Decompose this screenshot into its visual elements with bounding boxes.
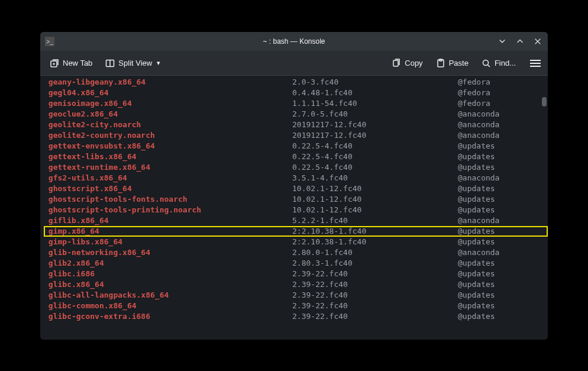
toolbar: New Tab Split View ▾ Copy Paste [40,51,548,76]
package-row: giflib.x86_645.2.2-1.fc40@anaconda [44,215,548,226]
scrollbar[interactable] [542,76,547,340]
package-row: gimp.x86_642:2.10.38-1.fc40@updates [44,226,548,237]
package-name: gfs2-utils.x86_64 [44,173,292,183]
package-repo: @updates [458,205,495,215]
paste-label: Paste [449,59,469,67]
package-name: gettext-envsubst.x86_64 [44,141,292,151]
close-button[interactable] [532,36,543,47]
copy-icon [392,59,401,68]
package-row: geolite2-country.noarch20191217-12.fc40@… [44,130,548,141]
package-repo: @anaconda [458,215,499,226]
package-version: 10.02.1-12.fc40 [292,183,458,194]
package-name: gettext-libs.x86_64 [44,151,292,162]
package-name: geany-libgeany.x86_64 [44,77,292,88]
package-name: gettext-runtime.x86_64 [44,162,292,173]
package-name: geoclue2.x86_64 [44,109,292,120]
package-name: glibc.i686 [44,269,292,279]
package-version: 2:2.10.38-1.fc40 [292,226,458,237]
package-name: glibc-all-langpacks.x86_64 [44,290,292,301]
package-row: glibc-all-langpacks.x86_642.39-22.fc40@u… [44,290,548,301]
package-row: glibc.i6862.39-22.fc40@updates [44,269,548,279]
package-version: 3.5.1-4.fc40 [292,173,458,183]
svg-line-7 [487,64,490,67]
package-repo: @anaconda [458,247,499,258]
package-repo: @updates [458,237,495,247]
package-row: gegl04.x86_640.4.48-1.fc40@fedora [44,88,548,98]
package-repo: @fedora [458,88,490,98]
package-name: geolite2-city.noarch [44,120,292,130]
package-version: 10.02.1-12.fc40 [292,194,458,205]
find-button[interactable]: Find... [479,56,518,70]
package-row: glib2.x86_642.80.3-1.fc40@updates [44,258,548,269]
package-version: 0.4.48-1.fc40 [292,88,458,98]
package-version: 2.80.3-1.fc40 [292,258,458,269]
package-repo: @updates [458,183,495,194]
window-title: ~ : bash — Konsole [263,37,325,46]
package-repo: @anaconda [458,109,499,120]
package-repo: @updates [458,311,495,322]
package-repo: @updates [458,194,495,205]
menu-button[interactable] [530,60,541,67]
package-row: geolite2-city.noarch20191217-12.fc40@ana… [44,120,548,130]
package-repo: @anaconda [458,120,499,130]
package-version: 2.39-22.fc40 [292,269,458,279]
package-name: ghostscript-tools-printing.noarch [44,205,292,215]
package-name: giflib.x86_64 [44,215,292,226]
package-version: 2.39-22.fc40 [292,311,458,322]
package-version: 0.22.5-4.fc40 [292,141,458,151]
package-repo: @updates [458,279,495,290]
package-row: ghostscript-tools-fonts.noarch10.02.1-12… [44,194,548,205]
package-version: 2.7.0-5.fc40 [292,109,458,120]
package-name: glibc-common.x86_64 [44,301,292,311]
chevron-down-icon: ▾ [157,59,160,67]
svg-rect-3 [393,60,398,66]
package-version: 2.39-22.fc40 [292,279,458,290]
package-name: glibc.x86_64 [44,279,292,290]
app-icon: >_ [45,37,54,46]
package-version: 2.80.0-1.fc40 [292,247,458,258]
package-row: glibc-common.x86_642.39-22.fc40@updates [44,301,548,311]
package-row: glibc.x86_642.39-22.fc40@updates [44,279,548,290]
titlebar: >_ ~ : bash — Konsole [40,32,548,51]
package-version: 20191217-12.fc40 [292,120,458,130]
package-name: geolite2-country.noarch [44,130,292,141]
package-name: glib2.x86_64 [44,258,292,269]
konsole-window: >_ ~ : bash — Konsole New Tab Split V [40,32,548,340]
package-row: ghostscript-tools-printing.noarch10.02.1… [44,205,548,215]
package-repo: @updates [458,151,495,162]
new-tab-button[interactable]: New Tab [47,56,95,70]
package-version: 10.02.1-12.fc40 [292,205,458,215]
package-row: glibc-gconv-extra.i6862.39-22.fc40@updat… [44,311,548,322]
terminal-output[interactable]: geany-libgeany.x86_642.0-3.fc40@fedora g… [40,76,548,340]
package-name: ghostscript-tools-fonts.noarch [44,194,292,205]
package-name: glibc-gconv-extra.i686 [44,311,292,322]
package-row: gettext-libs.x86_640.22.5-4.fc40@updates [44,151,548,162]
package-repo: @fedora [458,98,490,109]
package-repo: @anaconda [458,130,499,141]
maximize-button[interactable] [515,36,525,47]
paste-icon [436,59,445,68]
package-repo: @updates [458,290,495,301]
package-row: glib-networking.x86_642.80.0-1.fc40@anac… [44,247,548,258]
package-row: gfs2-utils.x86_643.5.1-4.fc40@anaconda [44,173,548,183]
package-repo: @updates [458,162,495,173]
package-repo: @updates [458,301,495,311]
new-tab-label: New Tab [63,59,92,67]
split-view-icon [105,59,115,68]
package-repo: @fedora [458,77,490,88]
package-name: gegl04.x86_64 [44,88,292,98]
package-name: gimp.x86_64 [44,226,292,237]
paste-button[interactable]: Paste [434,56,471,70]
minimize-button[interactable] [497,36,508,47]
package-name: glib-networking.x86_64 [44,247,292,258]
package-repo: @anaconda [458,173,499,183]
package-row: genisoimage.x86_641.1.11-54.fc40@fedora [44,98,548,109]
package-repo: @updates [458,269,495,279]
package-version: 2:2.10.38-1.fc40 [292,237,458,247]
scrollbar-thumb[interactable] [542,97,547,107]
copy-button[interactable]: Copy [389,56,425,70]
package-version: 20191217-12.fc40 [292,130,458,141]
svg-point-6 [483,60,488,65]
package-name: gimp-libs.x86_64 [44,237,292,247]
split-view-button[interactable]: Split View ▾ [103,56,163,70]
